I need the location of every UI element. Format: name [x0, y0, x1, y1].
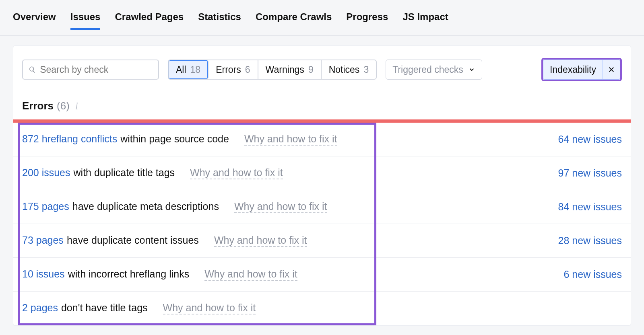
- issue-text: have duplicate content issues: [67, 234, 199, 246]
- tab-overview[interactable]: Overview: [13, 11, 56, 30]
- issue-desc: 175 pages have duplicate meta descriptio…: [22, 201, 327, 213]
- filter-chip-label: Indexability: [543, 64, 603, 75]
- filter-chip-highlight: Indexability: [541, 58, 622, 81]
- issue-row: 200 issues with duplicate title tags Why…: [13, 156, 631, 190]
- segment-warnings[interactable]: Warnings 9: [258, 60, 322, 79]
- issue-text: don't have title tags: [61, 302, 148, 314]
- dropdown-label: Triggered checks: [392, 64, 463, 75]
- filter-bar: All 18 Errors 6 Warnings 9 Notices 3 Tri…: [13, 46, 631, 85]
- info-icon[interactable]: i: [75, 100, 78, 112]
- segment-errors-count: 6: [245, 64, 250, 75]
- issue-row: 175 pages have duplicate meta descriptio…: [13, 190, 631, 224]
- segment-all[interactable]: All 18: [169, 60, 208, 79]
- close-icon: [608, 66, 615, 73]
- segment-notices-label: Notices: [329, 64, 360, 75]
- fix-link[interactable]: Why and how to fix it: [214, 234, 307, 247]
- new-issues-link[interactable]: 64 new issues: [558, 134, 622, 145]
- filter-chip-indexability: Indexability: [543, 60, 620, 80]
- issue-link[interactable]: 2 pages: [22, 302, 58, 314]
- issue-row: 10 issues with incorrect hreflang links …: [13, 258, 631, 292]
- tab-statistics[interactable]: Statistics: [198, 11, 241, 30]
- filter-chip-remove[interactable]: [603, 60, 620, 79]
- issues-list: 872 hreflang conflicts within page sourc…: [13, 123, 631, 325]
- tab-js-impact[interactable]: JS Impact: [402, 11, 448, 30]
- issue-desc: 200 issues with duplicate title tags Why…: [22, 167, 283, 179]
- section-header: Errors (6) i: [13, 85, 631, 117]
- new-issues-link[interactable]: 28 new issues: [558, 235, 622, 247]
- issue-desc: 2 pages don't have title tags Why and ho…: [22, 302, 256, 314]
- segment-filter: All 18 Errors 6 Warnings 9 Notices 3: [168, 60, 377, 80]
- fix-link[interactable]: Why and how to fix it: [204, 268, 297, 281]
- segment-warnings-count: 9: [308, 64, 314, 75]
- issue-text: have duplicate meta descriptions: [72, 201, 219, 212]
- search-icon: [29, 66, 36, 74]
- issue-text: with duplicate title tags: [74, 167, 175, 179]
- issue-link[interactable]: 872 hreflang conflicts: [22, 133, 117, 145]
- segment-errors-label: Errors: [216, 64, 241, 75]
- segment-all-label: All: [176, 64, 186, 75]
- issue-link[interactable]: 10 issues: [22, 268, 65, 280]
- fix-link[interactable]: Why and how to fix it: [190, 167, 283, 179]
- fix-link[interactable]: Why and how to fix it: [234, 201, 327, 213]
- search-input[interactable]: [40, 64, 153, 75]
- issues-card: All 18 Errors 6 Warnings 9 Notices 3 Tri…: [13, 45, 631, 326]
- tab-crawled-pages[interactable]: Crawled Pages: [115, 11, 184, 30]
- new-issues-link[interactable]: 97 new issues: [558, 167, 622, 179]
- issue-row: 73 pages have duplicate content issues W…: [13, 224, 631, 258]
- section-title: Errors: [22, 100, 54, 112]
- fix-link[interactable]: Why and how to fix it: [244, 133, 337, 146]
- segment-notices[interactable]: Notices 3: [322, 60, 376, 79]
- tab-compare-crawls[interactable]: Compare Crawls: [256, 11, 332, 30]
- new-issues-link[interactable]: 84 new issues: [558, 201, 622, 213]
- issue-link[interactable]: 175 pages: [22, 201, 69, 212]
- tab-progress[interactable]: Progress: [346, 11, 388, 30]
- triggered-checks-dropdown[interactable]: Triggered checks: [386, 60, 482, 80]
- chevron-down-icon: [468, 66, 475, 73]
- section-count: (6): [57, 100, 70, 112]
- segment-errors[interactable]: Errors 6: [208, 60, 258, 79]
- search-box[interactable]: [22, 60, 159, 80]
- issue-text: within page source code: [120, 133, 229, 145]
- issue-row: 872 hreflang conflicts within page sourc…: [13, 123, 631, 156]
- errors-divider: [13, 119, 631, 123]
- issue-desc: 73 pages have duplicate content issues W…: [22, 234, 307, 247]
- issue-link[interactable]: 200 issues: [22, 167, 70, 179]
- segment-warnings-label: Warnings: [266, 64, 304, 75]
- segment-all-count: 18: [190, 64, 201, 75]
- segment-notices-count: 3: [363, 64, 369, 75]
- fix-link[interactable]: Why and how to fix it: [163, 302, 256, 314]
- issue-desc: 10 issues with incorrect hreflang links …: [22, 268, 297, 281]
- issue-desc: 872 hreflang conflicts within page sourc…: [22, 133, 337, 146]
- issue-text: with incorrect hreflang links: [68, 268, 190, 280]
- tab-issues[interactable]: Issues: [70, 11, 101, 30]
- topnav: Overview Issues Crawled Pages Statistics…: [0, 0, 644, 36]
- issue-row: 2 pages don't have title tags Why and ho…: [13, 292, 631, 325]
- issue-link[interactable]: 73 pages: [22, 234, 64, 246]
- new-issues-link[interactable]: 6 new issues: [564, 269, 622, 280]
